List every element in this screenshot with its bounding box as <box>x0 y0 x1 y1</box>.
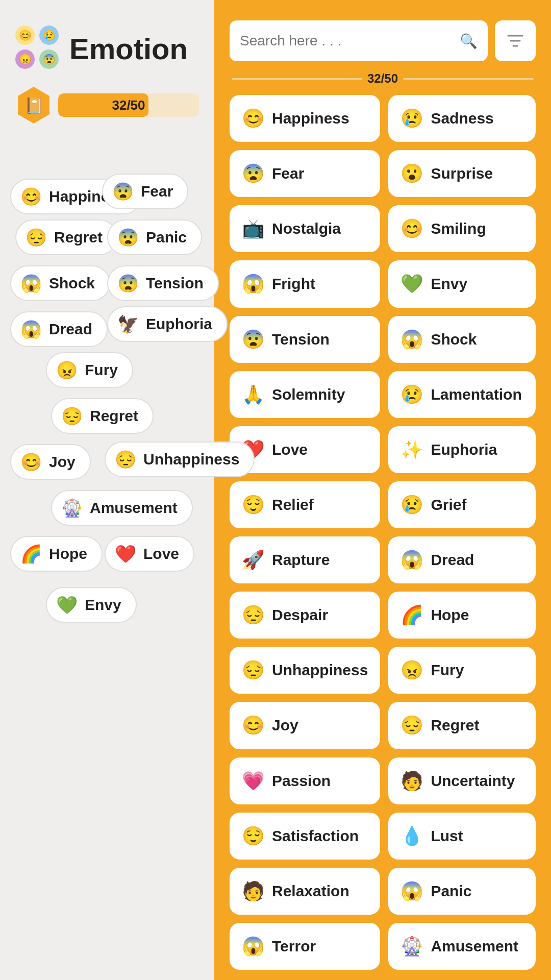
chip-emoji: 😮 <box>400 164 423 183</box>
chip-emoji: 😢 <box>400 109 423 128</box>
app-title: Emotion <box>69 32 188 66</box>
grid-chip-label: Relief <box>272 496 314 513</box>
chip-emoji: 😊 <box>400 219 423 238</box>
grid-chip-lust[interactable]: 💧Lust <box>388 813 536 860</box>
grid-chip-label: Uncertainty <box>431 772 515 790</box>
grid-chip-tension[interactable]: 😨Tension <box>230 316 380 363</box>
left-chip-regret[interactable]: 😔Regret <box>15 219 118 255</box>
chip-label: Love <box>143 545 179 562</box>
chip-emoji: 😊 <box>20 188 42 205</box>
left-panel: 😊 😢 😠 😨 Emotion 📔 32/50 😊Happiness😨Fear😔… <box>0 0 214 980</box>
chip-emoji: 💗 <box>242 772 265 790</box>
grid-chip-label: Terror <box>272 938 316 955</box>
grid-chip-shock[interactable]: 😱Shock <box>388 316 536 363</box>
chip-emoji: 😢 <box>400 496 423 514</box>
chip-label: Hope <box>49 545 87 562</box>
chip-emoji: 😱 <box>400 882 423 900</box>
search-input-wrap[interactable]: 🔍 <box>230 20 488 61</box>
grid-chip-label: Fear <box>272 165 304 182</box>
filter-button[interactable] <box>495 20 536 61</box>
progress-text: 32/50 <box>112 97 145 113</box>
left-chip-joy[interactable]: 😊Joy <box>10 444 91 480</box>
header: 😊 😢 😠 😨 Emotion <box>0 0 214 82</box>
left-chip-shock[interactable]: 😱Shock <box>10 265 110 301</box>
grid-chip-fear[interactable]: 😨Fear <box>230 150 380 197</box>
chip-emoji: 😌 <box>242 827 265 845</box>
grid-chip-grief[interactable]: 😢Grief <box>388 481 536 528</box>
grid-chip-fright[interactable]: 😱Fright <box>230 260 380 307</box>
chip-emoji: 🚀 <box>242 551 265 569</box>
grid-chip-label: Amusement <box>431 938 518 955</box>
grid-chip-amusement[interactable]: 🎡Amusement <box>388 923 536 970</box>
chip-emoji: 😱 <box>242 937 265 955</box>
left-chip-envy[interactable]: 💚Envy <box>46 587 137 623</box>
left-words: 😊Happiness😨Fear😔Regret😨Panic😱Shock😨Tensi… <box>0 112 214 980</box>
grid-chip-label: Nostalgia <box>272 220 341 237</box>
grid-chip-label: Tension <box>272 331 330 348</box>
grid-chip-smiling[interactable]: 😊Smiling <box>388 205 536 252</box>
left-chip-euphoria[interactable]: 🦅Euphoria <box>107 306 228 342</box>
progress-line-left <box>232 78 362 80</box>
chip-emoji: 🎡 <box>61 499 83 517</box>
left-chip-panic[interactable]: 😨Panic <box>107 219 202 255</box>
left-chip-hope[interactable]: 🌈Hope <box>10 536 103 572</box>
grid-chip-label: Joy <box>272 717 298 734</box>
chip-emoji: 😠 <box>56 361 78 379</box>
grid-chip-relief[interactable]: 😌Relief <box>230 481 380 528</box>
grid-chip-euphoria[interactable]: ✨Euphoria <box>388 426 536 473</box>
chip-label: Fury <box>85 361 118 379</box>
grid-chip-despair[interactable]: 😔Despair <box>230 592 380 639</box>
chip-emoji: 😔 <box>115 451 136 468</box>
left-chip-tension[interactable]: 😨Tension <box>107 265 219 301</box>
chip-emoji: 😔 <box>61 407 83 425</box>
grid-chip-label: Unhappiness <box>272 662 368 679</box>
chip-emoji: 😱 <box>20 321 42 338</box>
grid-chip-solemnity[interactable]: 🙏Solemnity <box>230 371 380 418</box>
chip-emoji: 😔 <box>242 661 265 679</box>
chip-emoji: 😱 <box>20 275 42 292</box>
chip-emoji: 🧑 <box>242 882 265 900</box>
grid-chip-label: Grief <box>431 496 466 513</box>
grid-chip-happiness[interactable]: 😊Happiness <box>230 95 380 142</box>
chip-emoji: 😨 <box>117 229 139 246</box>
grid-chip-label: Happiness <box>272 110 349 127</box>
grid-chip-sadness[interactable]: 😢Sadness <box>388 95 536 142</box>
chip-label: Joy <box>49 453 76 471</box>
grid-chip-label: Hope <box>431 606 469 624</box>
grid-chip-nostalgia[interactable]: 📺Nostalgia <box>230 205 380 252</box>
left-chip-unhappiness[interactable]: 😔Unhappiness <box>105 442 255 477</box>
chip-emoji: 😢 <box>400 385 423 404</box>
search-input[interactable] <box>240 33 455 49</box>
grid-chip-label: Euphoria <box>431 441 497 458</box>
chip-label: Envy <box>85 596 121 614</box>
grid-chip-regret[interactable]: 😔Regret <box>388 702 536 749</box>
grid-chip-lamentation[interactable]: 😢Lamentation <box>388 371 536 418</box>
grid-chip-joy[interactable]: 😊Joy <box>230 702 380 749</box>
grid-chip-label: Fury <box>431 662 464 679</box>
grid-chip-envy[interactable]: 💚Envy <box>388 260 536 307</box>
grid-chip-fury[interactable]: 😠Fury <box>388 647 536 694</box>
chip-emoji: ❤️ <box>115 545 136 562</box>
grid-chip-hope[interactable]: 🌈Hope <box>388 592 536 639</box>
grid-chip-surprise[interactable]: 😮Surprise <box>388 150 536 197</box>
chip-emoji: 😨 <box>117 275 139 292</box>
grid-chip-dread[interactable]: 😱Dread <box>388 536 536 583</box>
grid-chip-rapture[interactable]: 🚀Rapture <box>230 536 380 583</box>
grid-chip-terror[interactable]: 😱Terror <box>230 923 380 970</box>
grid-chip-label: Rapture <box>272 551 330 569</box>
grid-chip-panic[interactable]: 😱Panic <box>388 868 536 915</box>
left-chip-dread[interactable]: 😱Dread <box>10 311 108 347</box>
left-chip-fury[interactable]: 😠Fury <box>46 352 133 388</box>
grid-chip-unhappiness[interactable]: 😔Unhappiness <box>230 647 380 694</box>
left-chip-love[interactable]: ❤️Love <box>105 536 194 572</box>
grid-chip-passion[interactable]: 💗Passion <box>230 757 380 804</box>
grid-chip-uncertainty[interactable]: 🧑Uncertainty <box>388 757 536 804</box>
grid-chip-satisfaction[interactable]: 😌Satisfaction <box>230 813 380 860</box>
grid-chip-relaxation[interactable]: 🧑Relaxation <box>230 868 380 915</box>
chip-emoji: 😨 <box>242 164 265 183</box>
chip-emoji: 😔 <box>242 606 265 624</box>
left-chip-regret[interactable]: 😔Regret <box>51 398 154 434</box>
left-chip-amusement[interactable]: 🎡Amusement <box>51 490 193 526</box>
left-chip-fear[interactable]: 😨Fear <box>102 174 188 209</box>
chip-emoji: 😨 <box>112 183 134 200</box>
